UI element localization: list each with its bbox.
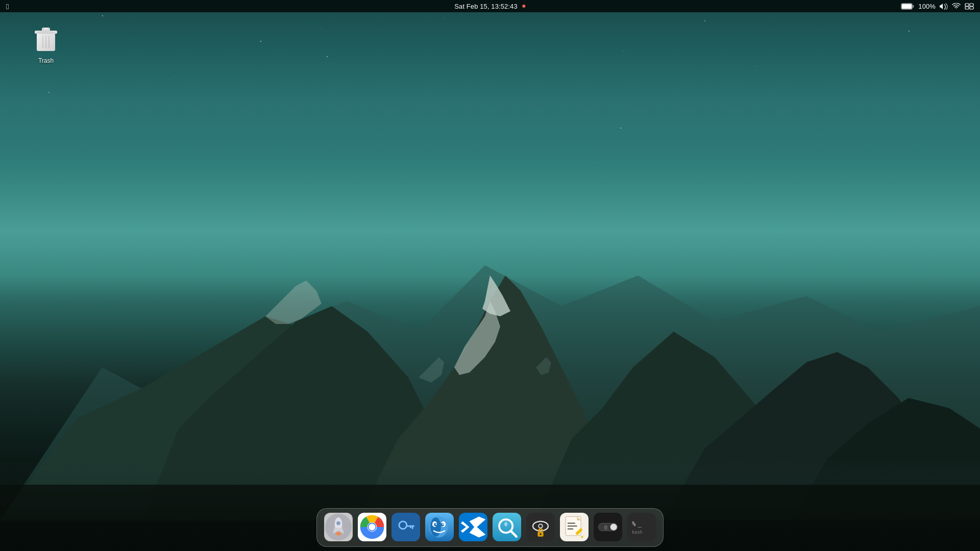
- svg-rect-24: [44, 28, 48, 30]
- star: [623, 51, 623, 52]
- desktop:  Sat Feb 15, 13:52:43 100%: [0, 0, 980, 551]
- star: [48, 92, 50, 93]
- svg-point-55: [442, 523, 444, 525]
- battery-percent: 100%: [918, 3, 936, 10]
- trash-icon[interactable]: Trash: [27, 18, 65, 66]
- svg-point-54: [435, 523, 437, 525]
- star: [133, 38, 133, 39]
- dock-item-neptunes[interactable]: [390, 512, 421, 542]
- dock-item-terminal[interactable]: % _ bash: [626, 512, 657, 542]
- star: [704, 20, 705, 21]
- dock-item-script-editor[interactable]: [559, 512, 590, 542]
- dock-item-finder[interactable]: [424, 512, 455, 542]
- star: [260, 41, 261, 42]
- svg-point-65: [540, 533, 542, 535]
- dock-item-vscode[interactable]: [458, 512, 488, 542]
- svg-point-35: [336, 521, 340, 525]
- svg-rect-17: [965, 4, 969, 6]
- dock: 0 % _ bash: [316, 508, 664, 547]
- svg-rect-19: [965, 7, 969, 9]
- svg-point-36: [336, 532, 340, 535]
- dock-item-rocket[interactable]: [323, 512, 354, 542]
- star: [755, 66, 756, 67]
- svg-rect-15: [902, 4, 912, 9]
- volume-icon[interactable]: [940, 3, 948, 10]
- wifi-icon[interactable]: [952, 3, 961, 10]
- svg-point-77: [610, 523, 617, 530]
- svg-point-63: [539, 524, 542, 528]
- notification-dot: [523, 5, 526, 8]
- menubar-left: : [6, 2, 9, 11]
- star: [322, 28, 322, 29]
- dock-item-chrome[interactable]: [357, 512, 387, 542]
- dock-item-qbittorrent[interactable]: [492, 512, 522, 542]
- datetime-display: Sat Feb 15, 13:52:43: [454, 3, 517, 10]
- menubar-right: 100%: [901, 3, 974, 10]
- svg-point-49: [430, 517, 441, 536]
- star: [444, 18, 445, 18]
- svg-point-41: [369, 523, 375, 530]
- star: [909, 31, 910, 32]
- star: [620, 128, 621, 129]
- menubar-center: Sat Feb 15, 13:52:43: [454, 3, 525, 10]
- svg-point-28: [37, 31, 55, 34]
- svg-rect-20: [970, 7, 973, 9]
- svg-rect-18: [970, 4, 973, 6]
- svg-text:0: 0: [604, 524, 608, 531]
- star: [327, 56, 328, 57]
- svg-text:bash: bash: [632, 530, 642, 535]
- mountain-background: [0, 173, 980, 520]
- star: [102, 15, 103, 16]
- trash-label: Trash: [38, 57, 54, 64]
- svg-rect-16: [913, 5, 914, 8]
- apple-menu[interactable]: : [6, 2, 9, 11]
- dock-item-oneswitch[interactable]: 0: [593, 512, 623, 542]
- trash-icon-image: [29, 20, 63, 55]
- svg-text:%: %: [632, 520, 636, 528]
- display-icon[interactable]: [965, 3, 974, 10]
- svg-text:_: _: [638, 520, 642, 528]
- star: [174, 77, 174, 77]
- star: [597, 163, 598, 164]
- dock-item-privacy[interactable]: [525, 512, 556, 542]
- battery-icon[interactable]: [901, 3, 914, 10]
- menubar:  Sat Feb 15, 13:52:43 100%: [0, 0, 980, 12]
